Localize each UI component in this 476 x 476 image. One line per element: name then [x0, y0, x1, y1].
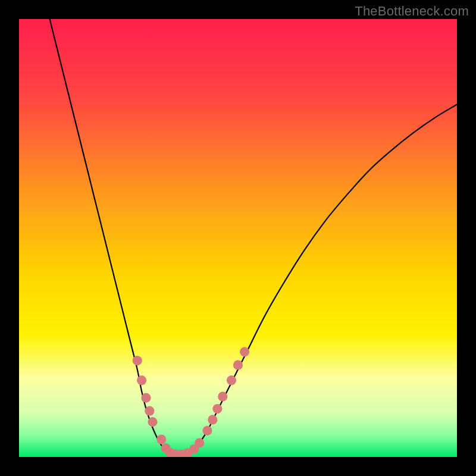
plot-area	[19, 19, 457, 457]
svg-point-14	[202, 426, 212, 436]
svg-point-15	[208, 415, 217, 424]
svg-point-2	[137, 375, 146, 385]
chart-frame: TheBottleneck.com	[0, 0, 476, 476]
curve-markers	[19, 19, 457, 457]
svg-point-4	[145, 406, 154, 416]
svg-point-13	[195, 438, 204, 447]
watermark-text: TheBottleneck.com	[355, 4, 469, 19]
svg-point-16	[212, 404, 222, 414]
svg-point-20	[240, 347, 249, 356]
svg-point-6	[156, 434, 166, 444]
svg-point-19	[233, 360, 243, 369]
svg-point-3	[141, 393, 151, 403]
svg-point-1	[133, 356, 142, 365]
svg-point-17	[218, 392, 227, 401]
svg-point-5	[148, 417, 157, 427]
svg-point-18	[227, 375, 236, 385]
